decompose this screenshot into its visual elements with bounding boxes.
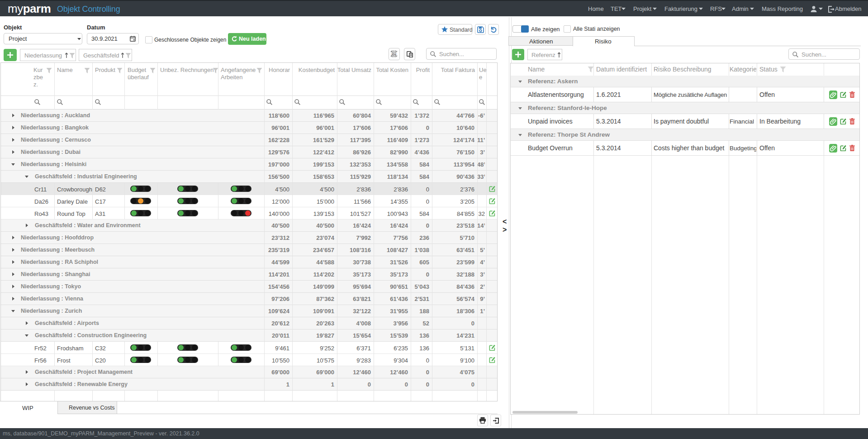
svg-text:xlsx: xlsx [392,52,397,55]
